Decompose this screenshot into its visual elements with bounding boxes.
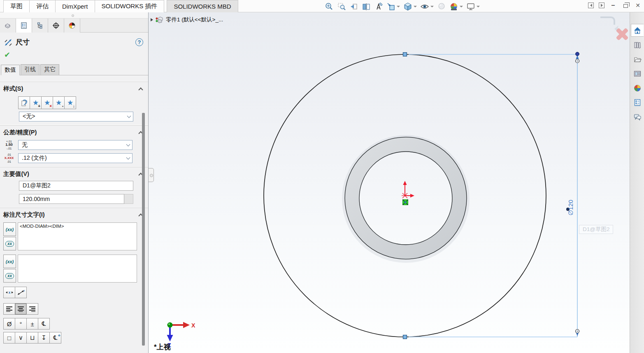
help-icon[interactable]: ? bbox=[135, 38, 143, 46]
dimension-value-field[interactable] bbox=[19, 194, 124, 204]
quadrant-handle-bottom[interactable] bbox=[403, 335, 407, 339]
view-palette-tab[interactable] bbox=[631, 67, 644, 80]
configurationmanager-tab[interactable] bbox=[32, 19, 48, 33]
tab-dimxpert[interactable]: DimXpert bbox=[55, 0, 95, 12]
countersink-symbol-button[interactable]: ∨ bbox=[15, 332, 27, 344]
dimension-text-header[interactable]: 标注尺寸文字(I) bbox=[0, 208, 148, 221]
restore-icon[interactable] bbox=[622, 2, 629, 9]
hide-show-items-icon[interactable] bbox=[419, 2, 435, 12]
tab-evaluate[interactable]: 评估 bbox=[29, 0, 56, 12]
precision-dropdown[interactable]: .12 (文件) bbox=[18, 153, 133, 163]
propertymanager-tab[interactable] bbox=[16, 19, 32, 33]
graphics-viewport[interactable]: X Z 零件1 (默认<<默认>_... ∅120 D1@草图2 *上视 bbox=[149, 12, 630, 353]
angular-text-button[interactable]: x bbox=[15, 287, 27, 298]
close-icon[interactable]: ✕ bbox=[634, 2, 642, 9]
hide-show-items-dropdown-arrow[interactable] bbox=[430, 6, 434, 7]
view-orientation-icon[interactable] bbox=[386, 2, 401, 12]
cancel-x-icon[interactable] bbox=[616, 28, 628, 40]
value-spinner[interactable] bbox=[124, 194, 133, 204]
collapse-right-pane-icon[interactable] bbox=[599, 2, 604, 8]
view-settings-dropdown-arrow[interactable] bbox=[477, 6, 480, 7]
display-style-dropdown-arrow[interactable] bbox=[414, 6, 417, 7]
expand-arrow-icon[interactable] bbox=[151, 18, 153, 21]
custom-properties-tab[interactable] bbox=[631, 96, 644, 109]
home-tab[interactable] bbox=[631, 24, 644, 37]
pm-tab-other[interactable]: 其它 bbox=[40, 64, 59, 75]
load-style-button[interactable]: ★ ↓ bbox=[64, 96, 76, 109]
panel-splitter-handle[interactable] bbox=[149, 168, 154, 182]
appearances-scenes-tab[interactable] bbox=[631, 82, 644, 94]
displaymanager-tab[interactable] bbox=[64, 19, 80, 33]
confirm-ok-icon[interactable] bbox=[600, 17, 614, 25]
tab-sketch[interactable]: 草图 bbox=[3, 0, 30, 12]
feature-tree-item[interactable]: 零件1 (默认<<默认>_... bbox=[151, 16, 223, 23]
confirmation-corner[interactable] bbox=[595, 13, 630, 44]
centerline-symbol-button[interactable]: ℄ bbox=[38, 318, 50, 330]
panel-scrollbar[interactable] bbox=[142, 113, 145, 346]
pm-tab-leaders[interactable]: 引线 bbox=[21, 64, 40, 75]
display-style-icon[interactable] bbox=[402, 2, 418, 12]
panel-splitter-strip[interactable] bbox=[0, 12, 148, 19]
primary-value-header[interactable]: 主要值(V) bbox=[0, 167, 148, 180]
dimension-text-input-2[interactable] bbox=[18, 255, 137, 283]
inspection-icon-button[interactable]: xx bbox=[3, 237, 16, 250]
plus-minus-symbol-button[interactable]: ± bbox=[26, 318, 38, 330]
align-left-button[interactable] bbox=[3, 303, 15, 315]
part-name-label: 零件1 (默认<<默认>_... bbox=[166, 16, 223, 23]
dimension-name-field[interactable] bbox=[19, 181, 133, 191]
zoom-to-area-icon[interactable] bbox=[336, 2, 347, 12]
section-view-icon[interactable] bbox=[361, 2, 372, 12]
dimension-name-tooltip: D1@草图2 bbox=[579, 225, 613, 234]
collapse-caret-icon[interactable] bbox=[138, 87, 143, 92]
more-symbols-button[interactable]: ℄ + bbox=[49, 332, 61, 344]
dimension-text-group-2: (xx) xx bbox=[3, 255, 145, 283]
pm-tab-value[interactable]: 数值 bbox=[1, 65, 20, 75]
delete-style-button[interactable]: ★ × bbox=[41, 96, 53, 109]
parentheses-icon-button-2[interactable]: (xx) bbox=[3, 255, 16, 268]
square-symbol-button[interactable]: □ bbox=[3, 332, 15, 344]
minimize-icon[interactable]: – bbox=[609, 2, 617, 9]
tab-mbd[interactable]: SOLIDWORKS MBD bbox=[167, 0, 238, 12]
horizontal-text-button[interactable]: x bbox=[3, 287, 15, 298]
counterbore-symbol-button[interactable]: ⊔ bbox=[26, 332, 38, 344]
splitter-grip-dot[interactable] bbox=[72, 14, 74, 17]
view-settings-icon[interactable] bbox=[465, 2, 481, 12]
ok-check-icon[interactable]: ✔ bbox=[4, 51, 10, 59]
align-right-button[interactable] bbox=[26, 303, 38, 315]
ring-body[interactable] bbox=[345, 137, 467, 259]
quadrant-handle-top[interactable] bbox=[403, 53, 407, 56]
custom-properties-icon bbox=[633, 98, 642, 107]
dimension-anchor-dot[interactable] bbox=[576, 52, 579, 56]
design-library-tab[interactable] bbox=[631, 38, 644, 51]
align-center-button[interactable] bbox=[15, 303, 27, 315]
hide-show-annotations-icon[interactable] bbox=[373, 2, 384, 12]
apply-scene-icon[interactable] bbox=[449, 2, 464, 12]
parentheses-icon-button[interactable]: (xx) bbox=[3, 222, 16, 236]
view-orientation-dropdown-arrow[interactable] bbox=[397, 6, 400, 7]
tolerance-section-header[interactable]: 公差/精度(P) bbox=[0, 125, 148, 138]
tab-addins[interactable]: SOLIDWORKS 插件 bbox=[95, 0, 165, 12]
tolerance-type-dropdown[interactable]: 无 bbox=[18, 140, 133, 150]
style-section-header[interactable]: 样式(S) bbox=[0, 82, 148, 95]
inspection-icon-button-2[interactable]: xx bbox=[3, 269, 16, 283]
diameter-symbol-button[interactable]: Ø bbox=[3, 318, 15, 330]
depth-symbol-button[interactable]: ↧ bbox=[38, 332, 50, 344]
sketch-canvas[interactable]: X Z bbox=[149, 12, 630, 353]
featuremanager-tree-tab[interactable] bbox=[0, 19, 16, 33]
set-default-style-button[interactable] bbox=[18, 96, 30, 109]
collapse-left-pane-icon[interactable] bbox=[588, 2, 594, 8]
edit-appearance-icon[interactable] bbox=[436, 2, 447, 12]
forum-tab[interactable] bbox=[631, 110, 644, 123]
dimension-text-input[interactable]: <MOD-DIAM><DIM> bbox=[18, 222, 137, 250]
dimension-value-label[interactable]: ∅120 bbox=[567, 194, 574, 221]
save-style-button[interactable]: ★ ▪ bbox=[53, 96, 65, 109]
apply-scene-dropdown-arrow[interactable] bbox=[460, 6, 463, 7]
dimxpertmanager-tab[interactable] bbox=[48, 19, 64, 33]
previous-view-icon[interactable] bbox=[349, 2, 359, 12]
center-point-marker[interactable] bbox=[403, 200, 408, 205]
zoom-to-fit-icon[interactable] bbox=[324, 2, 335, 12]
style-dropdown[interactable]: <无> bbox=[19, 112, 133, 122]
file-explorer-tab[interactable] bbox=[631, 53, 644, 65]
degree-symbol-button[interactable]: ° bbox=[15, 318, 27, 330]
add-style-button[interactable]: ★ + bbox=[30, 96, 42, 109]
